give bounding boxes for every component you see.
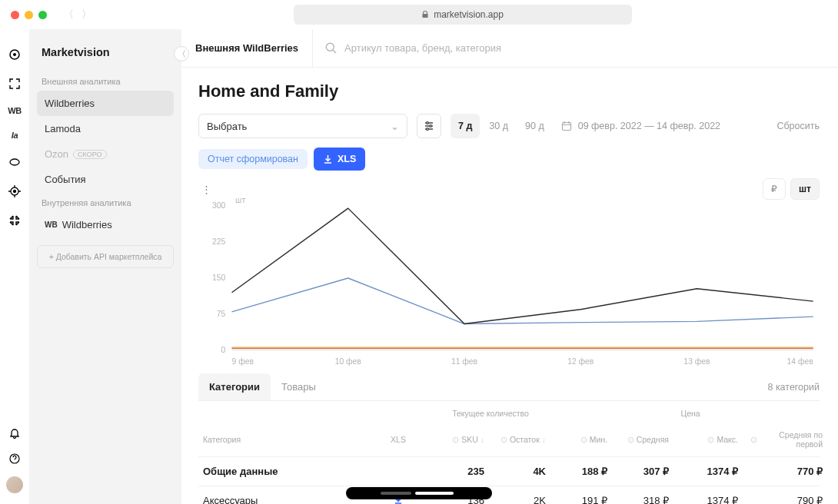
wb-rail-icon[interactable]: WB	[8, 106, 22, 115]
calendar-icon	[561, 121, 572, 131]
svg-text:14 фев: 14 фев	[787, 358, 813, 366]
range-90d[interactable]: 90 д	[517, 114, 552, 138]
user-avatar[interactable]	[6, 476, 23, 493]
add-api-button[interactable]: + Добавить API маркетплейса	[37, 245, 174, 268]
ozon-rail-icon[interactable]	[8, 155, 22, 169]
sidebar-item-wildberries[interactable]: Wildberries	[37, 91, 174, 116]
unit-currency-button[interactable]: ₽	[763, 178, 786, 200]
sidebar-item-events[interactable]: События	[37, 167, 174, 192]
svg-text:13 фев: 13 фев	[683, 358, 710, 366]
minimize-window-icon[interactable]	[25, 11, 33, 19]
svg-point-6	[326, 44, 334, 51]
th-avg-first[interactable]: ⊙Средняя по первой	[744, 423, 829, 456]
svg-text:9 фев: 9 фев	[232, 358, 254, 366]
download-icon	[323, 154, 333, 164]
section-internal-label: Внутренняя аналитика	[37, 192, 174, 212]
chart-menu-button[interactable]: ⋮	[198, 181, 214, 197]
search-icon	[325, 42, 337, 54]
svg-point-1	[13, 53, 16, 56]
th-min[interactable]: ⊙Мин.	[552, 423, 614, 456]
chart-y-unit-label: ШТ	[235, 197, 246, 204]
th-group-qty: Текущее количество	[429, 404, 552, 423]
th-category[interactable]: Категория	[198, 423, 367, 456]
svg-point-7	[427, 122, 429, 124]
help-icon[interactable]	[8, 452, 22, 466]
date-range-picker[interactable]: 09 февр. 2022 — 14 февр. 2022	[561, 121, 720, 131]
lock-icon	[421, 11, 429, 18]
svg-text:10 фев: 10 фев	[335, 358, 361, 366]
report-ready-badge: Отчет сформирован	[198, 149, 308, 169]
tab-products[interactable]: Товары	[271, 373, 327, 400]
reset-filters-link[interactable]: Сбросить	[776, 121, 820, 131]
crosshair-icon[interactable]	[8, 184, 22, 198]
categories-table: Текущее количество Цена Категория XLS ⊙S…	[198, 404, 820, 504]
svg-text:0: 0	[221, 346, 225, 355]
th-avg[interactable]: ⊙Средняя	[614, 423, 675, 456]
category-select[interactable]: Выбрать ⌄	[198, 114, 407, 138]
top-tab-external-wb[interactable]: Внешняя WildBerries	[181, 29, 313, 67]
section-external-label: Внешняя аналитика	[37, 71, 174, 91]
sidebar-item-ozon[interactable]: OzonСКОРО	[37, 141, 174, 167]
sidebar-item-internal-wb[interactable]: WBWildberries	[37, 212, 174, 237]
svg-text:75: 75	[217, 310, 226, 319]
url-text: marketvision.app	[434, 9, 504, 20]
collapse-icon[interactable]	[8, 214, 22, 227]
chevron-down-icon: ⌄	[391, 121, 399, 132]
forward-button[interactable]: 〉	[81, 8, 91, 22]
th-max[interactable]: ⊙Макс.	[675, 423, 744, 456]
main-panel: Внешняя WildBerries Home and Family Выбр…	[181, 29, 838, 504]
svg-text:12 фев: 12 фев	[567, 358, 594, 366]
svg-point-4	[14, 191, 16, 193]
export-xls-button[interactable]: XLS	[314, 148, 365, 171]
filter-settings-button[interactable]	[417, 114, 441, 138]
maximize-window-icon[interactable]	[38, 11, 47, 19]
date-range-group: 7 д 30 д 90 д	[451, 114, 552, 138]
expand-icon[interactable]	[8, 77, 22, 91]
home-indicator	[346, 487, 492, 499]
sidebar-item-lamoda[interactable]: Lamoda	[37, 116, 174, 141]
address-bar[interactable]: marketvision.app	[294, 5, 632, 25]
close-window-icon[interactable]	[11, 11, 19, 19]
svg-point-2	[10, 159, 19, 165]
target-icon[interactable]	[8, 48, 22, 61]
th-stock[interactable]: ⊙Остаток↓	[490, 423, 552, 456]
brand-name: Marketvision	[37, 40, 174, 71]
range-7d[interactable]: 7 д	[451, 114, 480, 138]
browser-chrome: 〈 〉 marketvision.app	[0, 0, 838, 29]
search-input[interactable]	[344, 42, 824, 54]
sidebar: Marketvision 〈 Внешняя аналитика Wildber…	[29, 29, 181, 504]
icon-rail: WB la	[0, 29, 29, 504]
collapse-sidebar-button[interactable]: 〈	[174, 46, 189, 61]
th-sku[interactable]: ⊙SKU↓	[429, 423, 490, 456]
table-row-total: Общие данные 235 4K 188 ₽ 307 ₽ 1374 ₽ 7…	[198, 457, 820, 486]
la-rail-icon[interactable]: la	[12, 131, 18, 140]
svg-rect-10	[562, 123, 570, 131]
bell-icon[interactable]	[8, 427, 22, 441]
range-30d[interactable]: 30 д	[481, 114, 516, 138]
topbar: Внешняя WildBerries	[181, 29, 838, 68]
line-chart: 0751502253009 фев10 фев11 фев12 фев13 фе…	[198, 200, 820, 369]
svg-text:11 фев: 11 фев	[451, 358, 477, 366]
table-row[interactable]: Аксессуары 136 2K 191 ₽ 318 ₽ 1374 ₽ 790…	[198, 486, 820, 504]
categories-count-label: 8 категорий	[767, 382, 820, 393]
back-button[interactable]: 〈	[64, 8, 74, 22]
svg-point-8	[430, 125, 432, 128]
svg-text:150: 150	[212, 274, 226, 283]
svg-text:300: 300	[212, 202, 226, 211]
window-controls	[11, 11, 47, 19]
th-xls: XLS	[367, 423, 429, 456]
unit-pieces-button[interactable]: шт	[790, 178, 820, 200]
tab-categories[interactable]: Категории	[198, 373, 271, 400]
th-group-price: Цена	[552, 404, 829, 423]
page-title: Home and Family	[198, 81, 820, 101]
svg-text:225: 225	[212, 238, 226, 247]
svg-point-9	[427, 128, 429, 131]
